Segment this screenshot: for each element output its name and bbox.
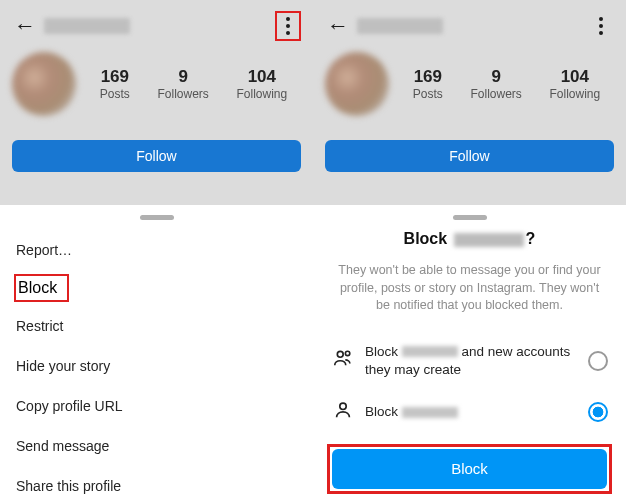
- follow-button-label: Follow: [449, 148, 489, 164]
- stat-posts-label: Posts: [413, 87, 443, 101]
- title-username-redacted: [454, 233, 524, 247]
- profile-info-row: 169 Posts 9 Followers 104 Following: [12, 52, 301, 116]
- stat-followers-label: Followers: [470, 87, 521, 101]
- more-options-button[interactable]: [588, 11, 614, 41]
- opt1-username-redacted: [402, 346, 458, 357]
- follow-button-label: Follow: [136, 148, 176, 164]
- profile-header-dimmed: ← 169 Posts 9 Followers 104 Foll: [0, 0, 313, 205]
- back-icon[interactable]: ←: [325, 11, 351, 41]
- top-bar: ←: [12, 0, 301, 44]
- back-icon[interactable]: ←: [12, 11, 38, 41]
- stat-posts-label: Posts: [100, 87, 130, 101]
- people-icon: [331, 347, 355, 374]
- left-panel: ← 169 Posts 9 Followers 104 Foll: [0, 0, 313, 500]
- avatar: [12, 52, 76, 116]
- stat-followers-label: Followers: [157, 87, 208, 101]
- drag-handle[interactable]: [453, 215, 487, 220]
- username-redacted: [44, 18, 130, 34]
- confirm-highlight: Block: [327, 444, 612, 494]
- stat-posts[interactable]: 169 Posts: [413, 67, 443, 101]
- opt2-prefix: Block: [365, 404, 402, 419]
- stat-followers[interactable]: 9 Followers: [157, 67, 208, 101]
- dialog-description: They won't be able to message you or fin…: [327, 262, 612, 333]
- opt1-prefix: Block: [365, 344, 402, 359]
- menu-item-share-profile[interactable]: Share this profile: [14, 466, 299, 500]
- radio-unselected[interactable]: [588, 351, 608, 371]
- menu-item-hide-story[interactable]: Hide your story: [14, 346, 299, 386]
- menu-item-send-message[interactable]: Send message: [14, 426, 299, 466]
- stat-posts-value: 169: [413, 67, 443, 87]
- top-bar: ←: [325, 0, 614, 44]
- block-option-single-account[interactable]: Block: [327, 389, 612, 436]
- avatar: [325, 52, 389, 116]
- follow-button[interactable]: Follow: [12, 140, 301, 172]
- right-panel: ← 169 Posts 9 Followers 104 Foll: [313, 0, 626, 500]
- stat-following-label: Following: [236, 87, 287, 101]
- stats-bar: 169 Posts 9 Followers 104 Following: [399, 67, 614, 101]
- stat-following[interactable]: 104 Following: [236, 67, 287, 101]
- stat-posts[interactable]: 169 Posts: [100, 67, 130, 101]
- svg-point-1: [345, 351, 349, 355]
- stat-posts-value: 169: [100, 67, 130, 87]
- drag-handle[interactable]: [140, 215, 174, 220]
- person-icon: [331, 399, 355, 426]
- stat-following[interactable]: 104 Following: [549, 67, 600, 101]
- profile-header-dimmed: ← 169 Posts 9 Followers 104 Foll: [313, 0, 626, 205]
- block-highlight: Block: [14, 274, 69, 302]
- menu-item-report[interactable]: Report…: [14, 230, 299, 270]
- option-text: Block and new accounts they may create: [365, 343, 578, 379]
- block-confirm-button[interactable]: Block: [332, 449, 607, 489]
- title-prefix: Block: [404, 230, 452, 247]
- option-text: Block: [365, 403, 578, 421]
- menu-item-copy-url[interactable]: Copy profile URL: [14, 386, 299, 426]
- stat-followers-value: 9: [470, 67, 521, 87]
- more-options-button[interactable]: [275, 11, 301, 41]
- block-option-all-accounts[interactable]: Block and new accounts they may create: [327, 333, 612, 389]
- follow-button[interactable]: Follow: [325, 140, 614, 172]
- radio-selected[interactable]: [588, 402, 608, 422]
- dialog-title: Block ?: [327, 230, 612, 248]
- menu-list: Report… Block Restrict Hide your story C…: [14, 230, 299, 500]
- stat-followers-value: 9: [157, 67, 208, 87]
- action-sheet: Report… Block Restrict Hide your story C…: [0, 205, 313, 500]
- block-confirm-label: Block: [451, 460, 488, 477]
- stat-followers[interactable]: 9 Followers: [470, 67, 521, 101]
- menu-item-restrict[interactable]: Restrict: [14, 306, 299, 346]
- username-redacted: [357, 18, 443, 34]
- stat-following-value: 104: [549, 67, 600, 87]
- menu-item-block[interactable]: Block: [14, 270, 299, 306]
- stat-following-value: 104: [236, 67, 287, 87]
- title-suffix: ?: [526, 230, 536, 247]
- opt2-username-redacted: [402, 407, 458, 418]
- svg-point-0: [337, 352, 343, 358]
- svg-point-2: [340, 403, 346, 409]
- stats-bar: 169 Posts 9 Followers 104 Following: [86, 67, 301, 101]
- profile-info-row: 169 Posts 9 Followers 104 Following: [325, 52, 614, 116]
- block-dialog: Block ? They won't be able to message yo…: [313, 205, 626, 500]
- stat-following-label: Following: [549, 87, 600, 101]
